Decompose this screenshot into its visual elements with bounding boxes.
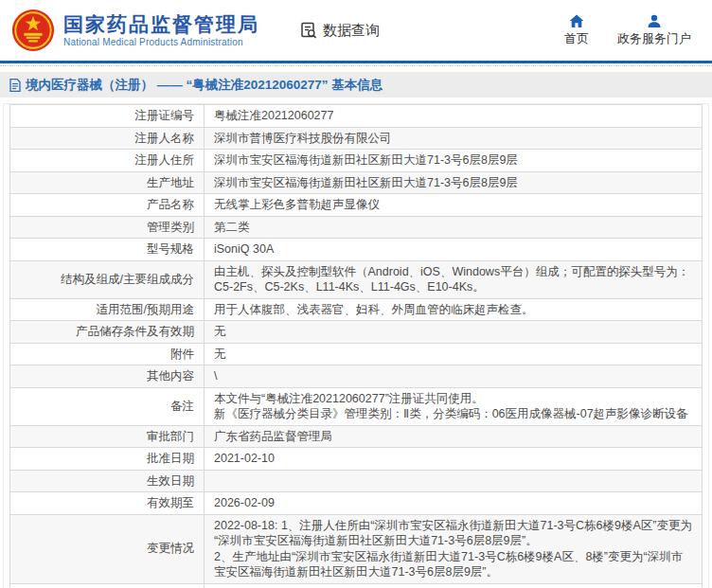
field-label: 注册证编号 (10, 105, 205, 128)
field-label: 注册人住所 (10, 150, 205, 172)
field-value: 用于人体腹部、浅表器官、妇科、外周血管的临床超声检查。 (205, 298, 703, 321)
field-value-text: 用于人体腹部、浅表器官、妇科、外周血管的临床超声检查。 (214, 303, 534, 316)
table-row: 生产地址 深圳市宝安区福海街道新田社区新田大道71-3号6层8层9层 (10, 171, 703, 194)
field-label-text: 备注 (170, 400, 194, 413)
table-row: 注册证编号 粤械注准20212060277 (10, 105, 703, 128)
field-value-text: 粤械注准20212060277 (214, 109, 333, 122)
field-label-text: 产品名称 (147, 198, 194, 211)
field-label-text: 附件 (170, 347, 194, 361)
field-label: 结构及组成/主要组成成分 (10, 260, 205, 298)
field-value-text: 2026-02-09 (214, 496, 275, 509)
table-row: 注册人名称 深圳市普博医疗科技股份有限公司 (10, 127, 703, 150)
table-row: 变更情况 2022-08-18: 1、注册人住所由“深圳市宝安区福永街道新田大道… (10, 514, 703, 583)
field-label: 附件 (10, 343, 205, 365)
field-value-text: 无 (214, 325, 226, 338)
field-value: 第二类 (205, 216, 703, 239)
field-label-text: 注册人名称 (135, 132, 195, 145)
nav-gov-portal-label: 政务服务门户 (617, 30, 691, 47)
field-value-text: 无线掌上彩色多普勒超声显像仪 (214, 198, 380, 211)
field-label: 有效期至 (10, 492, 205, 515)
field-label: 批准日期 (10, 448, 205, 471)
field-label: 其他内容 (10, 365, 205, 388)
field-value: iSoniQ 30A (205, 239, 703, 261)
nav-gov-portal[interactable]: 政务服务门户 (617, 14, 691, 47)
field-value-text: 深圳市普博医疗科技股份有限公司 (214, 132, 392, 145)
field-value: 2022-08-18: 1、注册人住所由“深圳市宝安区福永街道新田大道71-3号… (205, 514, 703, 583)
field-value: 由主机、探头及控制型软件（Android、iOS、Windows平台）组成；可配… (205, 260, 703, 298)
breadcrumb-text: 境内医疗器械（注册） —— “粤械注准20212060277” 基本信息 (26, 77, 383, 94)
field-label: 注 (10, 583, 205, 588)
field-value-text: \ (214, 369, 217, 383)
site-title-cn: 国家药品监督管理局 (63, 13, 259, 36)
field-label-text: 结构及组成/主要组成成分 (61, 273, 194, 286)
field-value: 2026-02-09 (205, 492, 703, 515)
table-row: 附件 无 (10, 343, 703, 365)
table-row: 注 详情 (10, 583, 703, 588)
field-value: 粤械注准20212060277 (205, 105, 703, 128)
user-icon (647, 14, 662, 28)
field-label-text: 有效期至 (147, 496, 194, 509)
field-value: 无 (205, 343, 703, 365)
field-value-text: 第二类 (214, 221, 250, 234)
field-label: 备注 (10, 387, 205, 425)
table-row: 备注 本文件与“粤械注准20212060277”注册证共同使用。 新《医疗器械分… (10, 387, 703, 425)
national-emblem-icon (11, 9, 55, 52)
header-nav: 首页 政务服务门户 (564, 14, 699, 47)
home-icon (569, 14, 584, 28)
field-value: 2021-02-10 (205, 448, 703, 471)
table-row: 生效日期 (10, 470, 703, 492)
field-label-text: 适用范围/预期用途 (97, 303, 194, 316)
field-label-text: 生产地址 (147, 176, 194, 189)
field-label-text: 型号规格 (147, 242, 194, 256)
field-value-text: 深圳市宝安区福海街道新田社区新田大道71-3号6层8层9层 (214, 153, 518, 167)
field-label: 变更情况 (10, 514, 205, 583)
field-label-text: 注册证编号 (135, 109, 195, 122)
table-row: 有效期至 2026-02-09 (10, 492, 703, 515)
field-value-text: 无 (214, 347, 226, 361)
info-table-body: 注册证编号 粤械注准20212060277 注册人名称 深圳市普博医疗科技股份有… (10, 105, 703, 588)
field-value: 本文件与“粤械注准20212060277”注册证共同使用。 新《医疗器械分类目录… (205, 387, 703, 425)
nav-home-label: 首页 (564, 30, 589, 47)
field-value: 无 (205, 321, 703, 344)
field-value-text: 2021-02-10 (214, 452, 275, 465)
field-label: 适用范围/预期用途 (10, 298, 205, 321)
field-label-text: 产品储存条件及有效期 (76, 325, 194, 338)
field-value: 深圳市普博医疗科技股份有限公司 (205, 127, 703, 150)
document-icon (9, 79, 21, 92)
field-value-text: 深圳市宝安区福海街道新田社区新田大道71-3号6层8层9层 (214, 176, 518, 189)
field-label: 型号规格 (10, 239, 205, 261)
field-label-text: 注册人住所 (135, 153, 195, 167)
table-row: 型号规格 iSoniQ 30A (10, 239, 703, 261)
data-query-section: 数据查询 (299, 21, 380, 40)
table-row: 结构及组成/主要组成成分 由主机、探头及控制型软件（Android、iOS、Wi… (10, 260, 703, 298)
field-label: 产品名称 (10, 194, 205, 217)
field-label-text: 变更情况 (147, 542, 194, 555)
table-row: 其他内容 \ (10, 365, 703, 388)
table-row: 批准日期 2021-02-10 (10, 448, 703, 471)
data-query-icon (299, 21, 318, 40)
field-label-text: 其他内容 (147, 369, 194, 383)
field-value: 深圳市宝安区福海街道新田社区新田大道71-3号6层8层9层 (205, 171, 703, 194)
header: 国家药品监督管理局 National Medical Products Admi… (0, 0, 712, 63)
nmpa-logo: 国家药品监督管理局 National Medical Products Admi… (11, 9, 259, 52)
field-label: 管理类别 (10, 216, 205, 239)
field-value-text: 由主机、探头及控制型软件（Android、iOS、Windows平台）组成；可配… (214, 265, 689, 294)
field-value-text: 广东省药品监督管理局 (214, 430, 332, 443)
field-value: 深圳市宝安区福海街道新田社区新田大道71-3号6层8层9层 (205, 150, 703, 172)
nav-home[interactable]: 首页 (564, 14, 589, 47)
field-value: 详情 (205, 583, 703, 588)
breadcrumb: 境内医疗器械（注册） —— “粤械注准20212060277” 基本信息 (0, 72, 712, 98)
table-row: 审批部门 广东省药品监督管理局 (10, 425, 703, 448)
field-label-text: 生效日期 (147, 474, 194, 488)
table-row: 注册人住所 深圳市宝安区福海街道新田社区新田大道71-3号6层8层9层 (10, 150, 703, 172)
field-value: 广东省药品监督管理局 (205, 425, 703, 448)
field-value (205, 470, 703, 492)
field-value-text: 本文件与“粤械注准20212060277”注册证共同使用。 新《医疗器械分类目录… (214, 392, 688, 421)
site-title-en: National Medical Products Administration (63, 36, 259, 48)
field-value-text: iSoniQ 30A (214, 242, 274, 256)
field-value: 无线掌上彩色多普勒超声显像仪 (205, 194, 703, 217)
field-value-text: 2022-08-18: 1、注册人住所由“深圳市宝安区福永街道新田大道71-3号… (214, 519, 692, 579)
field-label: 审批部门 (10, 425, 205, 448)
field-label-text: 批准日期 (147, 452, 194, 465)
field-label: 生产地址 (10, 171, 205, 194)
